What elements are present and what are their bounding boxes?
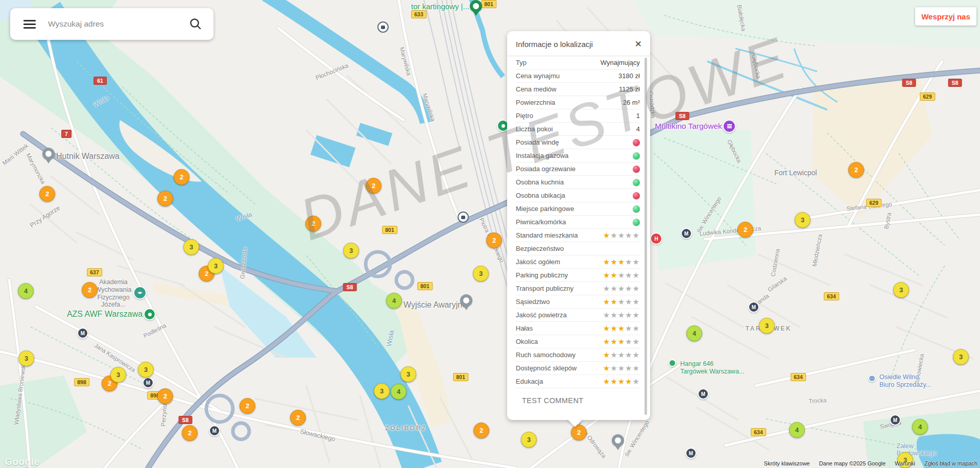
star-filled-icon: ★ [618, 258, 625, 266]
panel-scrollbar[interactable] [644, 58, 647, 415]
star-filled-icon: ★ [610, 271, 617, 279]
map-marker[interactable]: 3 [953, 349, 969, 365]
support-us-button[interactable]: Wesprzyj nas [915, 7, 976, 26]
attribution-link[interactable]: Zgłoś błąd w mapach [924, 460, 977, 466]
metro-station-icon[interactable]: M [890, 414, 901, 426]
star-empty-icon: ★ [625, 297, 632, 306]
map-marker[interactable]: 2 [240, 398, 255, 414]
metro-station-icon[interactable]: M [685, 448, 697, 459]
map-marker[interactable]: 4 [912, 419, 928, 435]
attribution-link[interactable]: Warunki [895, 460, 915, 466]
menu-icon[interactable] [23, 18, 36, 31]
map-marker[interactable]: 4 [391, 384, 407, 400]
info-row-label: Instalacja gazowa [516, 152, 568, 159]
map-marker[interactable]: 3 [400, 366, 416, 382]
map-marker[interactable]: 3 [759, 318, 775, 334]
search-bar[interactable] [10, 8, 213, 40]
info-row: Bezpieczeństwo [516, 242, 640, 255]
star-filled-icon: ★ [610, 377, 617, 386]
star-empty-icon: ★ [633, 350, 640, 359]
map-marker[interactable]: 4 [686, 325, 702, 341]
status-dot-green [633, 219, 640, 226]
info-row: Standard mieszkania★★★★★ [516, 229, 640, 242]
star-filled-icon: ★ [603, 258, 610, 266]
star-rating: ★★★★★ [603, 338, 640, 345]
attribution-link[interactable]: Dane mapy ©2025 Google [819, 460, 886, 466]
info-row-label: Cena wynajmu [516, 72, 560, 80]
google-logo[interactable]: Google [5, 456, 39, 467]
info-row-label: Osobna kuchnia [516, 178, 564, 186]
map-marker[interactable]: 2 [737, 222, 753, 238]
metro-station-icon[interactable]: M [681, 228, 692, 239]
metro-station-icon[interactable]: M [77, 327, 88, 339]
map-marker[interactable]: 2 [305, 216, 321, 231]
rail-station-icon[interactable] [458, 212, 469, 223]
map-marker[interactable]: 2 [174, 169, 189, 185]
map-marker[interactable]: 3 [795, 212, 810, 228]
star-empty-icon: ★ [625, 364, 632, 372]
star-filled-icon: ★ [603, 350, 610, 359]
circle-purple-icon[interactable] [723, 120, 736, 133]
map-marker[interactable]: 2 [290, 410, 306, 426]
map-marker[interactable]: 2 [39, 186, 55, 202]
star-empty-icon: ★ [618, 311, 625, 319]
attribution-link[interactable]: Skróty klawiszowe [764, 460, 810, 466]
rail-station-icon[interactable] [377, 21, 389, 33]
map-marker[interactable]: 3 [374, 383, 390, 399]
map-marker[interactable]: 2 [82, 282, 98, 298]
info-row-value: 1 [636, 112, 640, 120]
star-filled-icon: ★ [618, 324, 625, 333]
map-marker[interactable]: 2 [157, 388, 173, 404]
metro-station-icon[interactable]: M [142, 377, 154, 388]
map-marker[interactable]: 3 [18, 350, 34, 366]
dot-blue-sm-icon[interactable] [868, 375, 876, 382]
map-marker[interactable]: 3 [208, 258, 224, 274]
close-icon[interactable]: ✕ [634, 39, 643, 50]
map-marker[interactable]: 2 [848, 162, 864, 178]
map-marker[interactable]: 3 [473, 266, 489, 282]
map-marker[interactable]: 2 [366, 178, 381, 194]
map[interactable]: Hutnik WarszawaPrzy AgorzeMarii WittekMa… [0, 0, 980, 468]
star-filled-icon: ★ [610, 297, 617, 306]
star-filled-icon: ★ [618, 337, 625, 346]
star-empty-icon: ★ [603, 311, 610, 319]
pin-gray-icon[interactable] [612, 434, 624, 450]
map-marker[interactable]: 2 [486, 232, 502, 248]
pin-green-icon[interactable] [470, 0, 482, 16]
circle-red-icon[interactable]: H [650, 232, 662, 245]
map-marker[interactable]: 4 [18, 283, 34, 299]
map-marker[interactable]: 2 [571, 425, 587, 440]
status-dot-green [633, 152, 640, 159]
map-marker[interactable]: 4 [789, 422, 805, 438]
search-icon[interactable] [189, 17, 202, 31]
info-row: Osobna ubikacja [516, 189, 640, 202]
info-row-value: 4 [636, 125, 640, 133]
map-marker[interactable]: 3 [893, 282, 909, 298]
map-marker[interactable]: 3 [110, 367, 126, 383]
metro-station-icon[interactable]: M [748, 301, 759, 313]
pin-gray-icon[interactable] [460, 294, 472, 310]
map-marker[interactable]: 2 [182, 425, 198, 441]
pin-gray-icon[interactable] [42, 148, 55, 163]
star-rating: ★★★★★ [603, 258, 640, 266]
dot-green-lg-icon[interactable] [144, 308, 156, 320]
star-rating: ★★★★★ [603, 311, 640, 319]
status-dot-green [633, 179, 640, 186]
metro-station-icon[interactable]: M [698, 388, 709, 400]
map-marker[interactable]: 3 [138, 362, 154, 378]
map-marker[interactable]: 3 [183, 239, 199, 255]
star-empty-icon: ★ [625, 324, 632, 333]
info-row: Piwnica/komórka [516, 216, 640, 229]
circle-teal-icon[interactable] [133, 286, 147, 299]
map-marker[interactable]: 3 [521, 432, 537, 448]
search-input[interactable] [47, 19, 189, 29]
map-marker[interactable]: 2 [157, 191, 173, 206]
map-marker[interactable]: 3 [343, 243, 359, 259]
metro-station-icon[interactable]: M [209, 425, 220, 436]
dot-green-sm-icon[interactable] [668, 359, 676, 367]
info-row: Edukacja★★★★★ [516, 375, 640, 388]
map-marker[interactable]: 2 [473, 423, 489, 438]
map-marker[interactable]: 4 [386, 293, 402, 309]
info-row: TypWynajmujący [516, 56, 640, 69]
info-row-value: 26 m² [623, 99, 640, 106]
